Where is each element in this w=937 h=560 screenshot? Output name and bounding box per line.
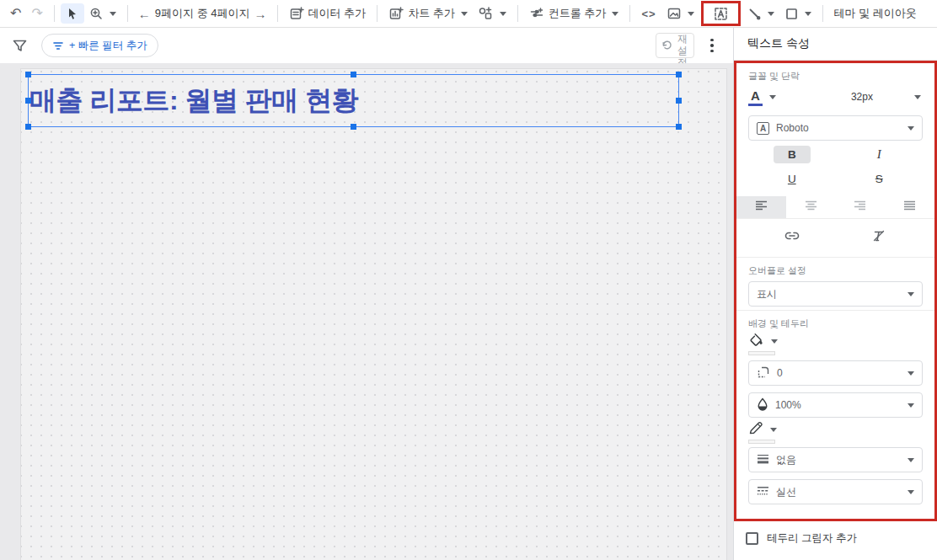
font-color-icon: A	[748, 88, 763, 106]
overflow-section-label: 오버플로 설정	[748, 264, 923, 276]
chevron-down-icon	[769, 95, 776, 99]
section-divider	[736, 310, 934, 311]
chevron-down-icon	[110, 12, 116, 16]
page-indicator[interactable]: 9페이지 중 4페이지	[155, 6, 250, 21]
font-paragraph-section-label: 글꼴 및 단락	[748, 70, 923, 82]
chevron-down-icon	[908, 371, 914, 376]
font-color-button[interactable]: A	[748, 88, 776, 106]
align-justify-button[interactable]	[885, 196, 934, 218]
text-style-buttons: B I U S	[748, 142, 923, 191]
background-border-section-label: 배경 및 테두리	[748, 317, 923, 329]
border-shadow-row: 테두리 그림자 추가	[746, 531, 937, 546]
background-color-swatch	[748, 351, 775, 355]
add-chart-icon	[388, 6, 404, 21]
add-image-button[interactable]	[661, 3, 699, 24]
text-align-buttons	[736, 196, 934, 219]
corner-radius-select[interactable]: 0	[748, 360, 923, 386]
italic-button[interactable]: I	[836, 142, 924, 167]
resize-handle[interactable]	[351, 72, 356, 77]
chevron-down-icon	[908, 126, 914, 131]
add-shape-button[interactable]	[779, 3, 817, 24]
divider	[277, 5, 278, 22]
reset-button[interactable]: 재설정	[656, 33, 694, 58]
divider	[54, 5, 55, 22]
resize-handle[interactable]	[25, 72, 31, 77]
undo-button[interactable]: ↶	[5, 3, 26, 24]
report-title-text[interactable]: 매출 리포트: 월별 판매 현황	[29, 75, 358, 126]
clear-formatting-button[interactable]	[836, 222, 924, 249]
chevron-down-icon	[914, 95, 921, 99]
resize-handle[interactable]	[676, 98, 682, 104]
shape-tool-icon	[784, 7, 799, 21]
border-shadow-label: 테두리 그림자 추가	[767, 531, 857, 546]
add-data-button[interactable]: 데이터 추가	[284, 3, 372, 24]
select-tool-button[interactable]	[61, 3, 84, 24]
quick-filter-chip[interactable]: + 빠른 필터 추가	[41, 34, 158, 57]
strikethrough-button[interactable]: S	[836, 167, 924, 191]
report-page[interactable]	[21, 69, 726, 560]
overflow-select[interactable]: 표시	[748, 281, 923, 307]
bold-label: B	[774, 146, 811, 163]
resize-handle[interactable]	[676, 124, 682, 130]
section-divider	[736, 257, 934, 258]
add-data-icon	[289, 6, 304, 21]
align-center-button[interactable]	[786, 196, 836, 218]
next-page-button[interactable]: →	[250, 5, 271, 23]
border-weight-select[interactable]: 없음	[748, 447, 923, 472]
add-line-button[interactable]	[742, 3, 779, 24]
underline-label: U	[788, 173, 796, 185]
more-options-kebab[interactable]	[704, 36, 720, 55]
resize-handle[interactable]	[25, 124, 31, 130]
zoom-tool-button[interactable]	[84, 3, 121, 24]
border-style-value: 실선	[776, 485, 796, 499]
add-control-icon	[529, 6, 544, 21]
resize-handle[interactable]	[676, 72, 682, 77]
community-visualizations-button[interactable]	[473, 3, 511, 24]
font-size-select[interactable]: 32px	[801, 83, 923, 110]
chevron-down-icon	[612, 12, 618, 16]
opacity-value: 100%	[775, 399, 801, 411]
add-chart-button[interactable]: 차트 추가	[383, 3, 473, 24]
selected-text-box[interactable]: 매출 리포트: 월별 판매 현황	[28, 74, 679, 127]
align-right-button[interactable]	[836, 196, 886, 218]
chevron-down-icon	[908, 458, 914, 462]
line-weight-icon	[757, 454, 769, 467]
link-icon	[784, 231, 800, 241]
redo-icon: ↷	[31, 7, 42, 20]
opacity-select[interactable]: 100%	[748, 392, 923, 418]
add-text-button[interactable]	[711, 4, 731, 24]
corner-radius-value: 0	[777, 367, 783, 379]
panel-title: 텍스트 속성	[734, 28, 937, 61]
add-control-button[interactable]: 컨트롤 추가	[524, 3, 624, 24]
embed-url-button[interactable]: <>	[636, 4, 661, 24]
font-family-select[interactable]: A Roboto	[748, 115, 923, 141]
paint-bucket-icon	[748, 333, 764, 350]
add-data-label: 데이터 추가	[308, 6, 367, 21]
bold-button[interactable]: B	[748, 142, 836, 167]
border-weight-value: 없음	[776, 453, 796, 467]
border-color-button[interactable]	[748, 421, 782, 444]
redo-button[interactable]: ↷	[26, 3, 47, 24]
border-shadow-checkbox[interactable]	[746, 532, 758, 545]
strikethrough-label: S	[875, 173, 883, 185]
align-center-icon	[805, 200, 817, 214]
insert-link-button[interactable]	[748, 222, 836, 249]
opacity-droplet-icon	[757, 397, 768, 413]
divider	[517, 5, 518, 22]
underline-button[interactable]: U	[748, 167, 836, 191]
resize-handle[interactable]	[25, 98, 31, 104]
border-style-select[interactable]: 실선	[748, 479, 923, 504]
theme-layout-button[interactable]: 테마 및 레이아웃	[829, 3, 922, 24]
report-canvas[interactable]: 매출 리포트: 월별 판매 현황	[0, 63, 733, 560]
align-right-icon	[854, 200, 866, 214]
align-left-button[interactable]	[736, 196, 786, 218]
theme-layout-label: 테마 및 레이아웃	[834, 6, 917, 21]
undo-icon: ↶	[10, 7, 21, 20]
filter-icon	[52, 40, 64, 51]
chevron-down-icon	[908, 292, 914, 296]
resize-handle[interactable]	[351, 124, 356, 130]
image-icon	[667, 6, 682, 21]
chevron-down-icon	[461, 12, 468, 16]
prev-page-button[interactable]: ←	[134, 5, 155, 23]
background-color-button[interactable]	[748, 333, 782, 355]
